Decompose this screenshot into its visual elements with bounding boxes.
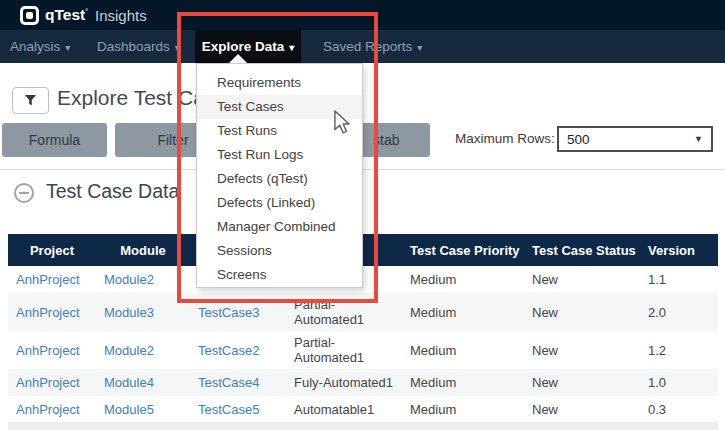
menu-item-test-cases[interactable]: Test Cases (197, 95, 362, 119)
automation-cell: Partial- Automated1 (286, 335, 402, 365)
version-cell: 2.0 (640, 305, 718, 320)
priority-cell: Medium (402, 402, 524, 417)
status-cell: New (524, 305, 640, 320)
table-bottom-strip (8, 422, 718, 430)
col-header-module[interactable]: Module (96, 234, 190, 266)
table-row: AnhProject Module2 TestCase2 Partial- Au… (8, 331, 718, 369)
minus-icon (19, 192, 29, 194)
explore-data-dropdown: Requirements Test Cases Test Runs Test R… (196, 63, 363, 288)
formula-button[interactable]: Formula (2, 123, 107, 157)
max-rows-value: 500 (567, 132, 590, 147)
priority-cell: Medium (402, 272, 524, 287)
version-cell: 1.1 (640, 272, 718, 287)
test-case-link[interactable]: TestCase2 (190, 343, 286, 358)
col-header-version[interactable]: Version (640, 234, 718, 266)
col-header-project[interactable]: Project (8, 234, 96, 266)
project-link[interactable]: AnhProject (8, 272, 96, 287)
nav-item-explore-data[interactable]: Explore Data▾ (195, 30, 301, 63)
test-case-link[interactable]: TestCase5 (190, 402, 286, 417)
qtest-insights-app: qTest° Insights Analysis▾ Dashboards▾ Ex… (0, 0, 725, 430)
project-link[interactable]: AnhProject (8, 402, 96, 417)
table-row: AnhProject Module2 Medium New 1.1 (8, 266, 718, 293)
project-link[interactable]: AnhProject (8, 343, 96, 358)
menu-item-defects-qtest[interactable]: Defects (qTest) (197, 167, 362, 191)
status-cell: New (524, 402, 640, 417)
menu-item-defects-linked[interactable]: Defects (Linked) (197, 191, 362, 215)
table-header-row: Project Module Test Case Priority Test C… (8, 234, 718, 266)
trademark-mark: ° (85, 8, 88, 15)
menu-item-requirements[interactable]: Requirements (197, 71, 362, 95)
status-cell: New (524, 343, 640, 358)
project-link[interactable]: AnhProject (8, 375, 96, 390)
version-cell: 1.0 (640, 375, 718, 390)
max-rows-label: Maximum Rows: (455, 131, 555, 146)
menu-item-manager-combined[interactable]: Manager Combined (197, 215, 362, 239)
status-cell: New (524, 375, 640, 390)
table-row: AnhProject Module5 TestCase5 Automatable… (8, 396, 718, 422)
version-cell: 1.2 (640, 343, 718, 358)
product-name: Insights (95, 7, 147, 24)
module-link[interactable]: Module5 (96, 402, 190, 417)
nav-item-saved-reports[interactable]: Saved Reports▾ (323, 30, 422, 63)
filter-toggle-button[interactable] (12, 87, 49, 114)
funnel-icon (24, 94, 37, 107)
chevron-down-icon: ▾ (175, 42, 180, 53)
menu-item-test-run-logs[interactable]: Test Run Logs (197, 143, 362, 167)
brand-name: qTest° (45, 6, 88, 24)
module-link[interactable]: Module3 (96, 305, 190, 320)
app-header: qTest° Insights (0, 0, 725, 30)
automation-cell: Partial- Automated1 (286, 297, 402, 327)
col-header-priority[interactable]: Test Case Priority (402, 234, 524, 266)
table-row: AnhProject Module3 TestCase3 Partial- Au… (8, 293, 718, 331)
max-rows-select[interactable]: 500 ▼ (557, 126, 713, 152)
collapse-section-button[interactable] (14, 183, 34, 203)
version-cell: 0.3 (640, 402, 718, 417)
chevron-down-icon: ▾ (417, 42, 422, 53)
project-link[interactable]: AnhProject (8, 305, 96, 320)
col-header-status[interactable]: Test Case Status (524, 234, 640, 266)
priority-cell: Medium (402, 343, 524, 358)
chevron-down-icon: ▾ (289, 42, 294, 53)
page-title: Explore Test Ca (57, 86, 205, 110)
test-case-link[interactable]: TestCase4 (190, 375, 286, 390)
menu-item-test-runs[interactable]: Test Runs (197, 119, 362, 143)
section-title: Test Case Data (46, 180, 179, 203)
automation-cell: Automatable1 (286, 402, 402, 417)
menu-item-sessions[interactable]: Sessions (197, 239, 362, 263)
module-link[interactable]: Module2 (96, 272, 190, 287)
dropdown-caret-up-icon (229, 54, 247, 63)
table-row: AnhProject Module4 TestCase4 Fuly-Automa… (8, 369, 718, 396)
nav-item-analysis[interactable]: Analysis▾ (10, 30, 70, 63)
priority-cell: Medium (402, 305, 524, 320)
test-case-link[interactable]: TestCase3 (190, 305, 286, 320)
priority-cell: Medium (402, 375, 524, 390)
automation-cell: Fuly-Automated1 (286, 375, 402, 390)
status-cell: New (524, 272, 640, 287)
module-link[interactable]: Module2 (96, 343, 190, 358)
nav-item-dashboards[interactable]: Dashboards▾ (97, 30, 180, 63)
module-link[interactable]: Module4 (96, 375, 190, 390)
menu-item-screens[interactable]: Screens (197, 263, 362, 287)
select-caret-icon: ▼ (694, 134, 703, 144)
qtest-logo-icon (20, 6, 39, 25)
main-nav: Analysis▾ Dashboards▾ Explore Data▾ Save… (0, 30, 725, 63)
chevron-down-icon: ▾ (65, 42, 70, 53)
test-case-table: Project Module Test Case Priority Test C… (8, 234, 718, 430)
